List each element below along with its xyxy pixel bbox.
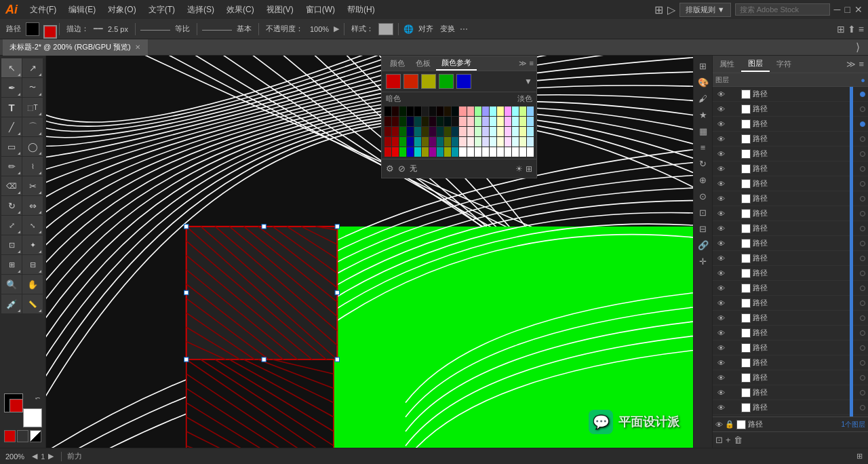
color-cell-light[interactable] — [497, 147, 504, 157]
menu-dots-icon[interactable]: ≡ — [859, 24, 864, 35]
color-cell-dark[interactable] — [429, 127, 436, 136]
delete-layer-icon[interactable]: 🗑 — [734, 435, 743, 445]
layer-lock-icon[interactable] — [728, 283, 739, 294]
scissors-tool[interactable]: ✂ — [22, 176, 43, 195]
toolbar-icon-2[interactable]: ▷ — [667, 3, 675, 16]
layer-visibility-icon[interactable]: 👁 — [715, 178, 726, 189]
layer-visibility-icon[interactable]: 👁 — [715, 223, 726, 234]
layer-lock-icon[interactable] — [728, 163, 739, 174]
color-cell-dark[interactable] — [392, 147, 399, 157]
color-cell-dark[interactable] — [437, 147, 443, 157]
globe-icon[interactable]: 🌐 — [403, 24, 414, 34]
color-cell-dark[interactable] — [452, 117, 458, 126]
small-swatch-red[interactable] — [4, 430, 16, 442]
color-cell-dark[interactable] — [422, 107, 429, 116]
layer-item[interactable]: 👁路径 — [713, 117, 868, 132]
layer-lock-icon[interactable] — [728, 298, 739, 309]
layer-item[interactable]: 👁路径 — [713, 236, 868, 251]
color-cell-light[interactable] — [527, 107, 534, 116]
opacity-arrow[interactable]: ▶ — [334, 24, 339, 33]
layer-item[interactable]: 👁路径 — [713, 326, 868, 341]
color-cell-light[interactable] — [512, 137, 519, 147]
color-cell-dark[interactable] — [384, 137, 391, 147]
menu-view[interactable]: 视图(V) — [261, 2, 299, 18]
color-cell-dark[interactable] — [452, 147, 458, 157]
layer-lock-icon[interactable] — [728, 343, 739, 353]
layer-lock-icon[interactable] — [728, 268, 739, 279]
panel-expand-icon[interactable]: ≫ — [519, 59, 527, 68]
layer-lock-icon[interactable] — [728, 402, 739, 413]
menu-select[interactable]: 选择(S) — [182, 2, 220, 18]
color-cell-dark[interactable] — [407, 147, 414, 157]
color-reference-tab[interactable]: 颜色参考 — [436, 56, 477, 71]
layer-visibility-icon[interactable]: 👁 — [715, 387, 726, 398]
color-cell-dark[interactable] — [384, 127, 391, 136]
color-cell-light[interactable] — [490, 147, 496, 157]
more-icon[interactable]: ⋯ — [460, 24, 468, 34]
gradient-strip-icon[interactable]: ▦ — [696, 123, 711, 138]
menu-edit[interactable]: 编辑(E) — [63, 2, 101, 18]
layout-rule[interactable]: 排版规则 ▼ — [679, 3, 731, 17]
layer-visibility-icon[interactable]: 👁 — [715, 357, 726, 368]
artboard-tool[interactable]: ⊞ — [1, 255, 22, 274]
color-cell-light[interactable] — [475, 147, 481, 157]
color-cell-light[interactable] — [527, 117, 534, 126]
color-cell-light[interactable] — [519, 127, 526, 136]
color-cell-dark[interactable] — [399, 107, 406, 116]
layer-item[interactable]: 👁路径 — [713, 311, 868, 326]
color-cell-dark[interactable] — [414, 127, 421, 136]
line-tool[interactable]: ╱ — [1, 117, 22, 136]
menu-effect[interactable]: 效果(C) — [221, 2, 260, 18]
layer-item[interactable]: 👁路径 — [713, 206, 868, 221]
nav-next-btn[interactable]: ▶ — [46, 452, 56, 461]
color-cell-light[interactable] — [527, 137, 534, 147]
small-swatch-gradient[interactable] — [30, 430, 41, 442]
layer-item[interactable]: 👁路径 — [713, 191, 868, 206]
smooth-tool[interactable]: ⌇ — [22, 157, 43, 176]
eyedropper-tool[interactable]: 💉 — [1, 294, 22, 313]
color-cell-dark[interactable] — [422, 137, 429, 147]
color-cell-light[interactable] — [482, 107, 489, 116]
color-cell-dark[interactable] — [452, 137, 458, 147]
color-cell-dark[interactable] — [452, 127, 458, 136]
color-cell-light[interactable] — [512, 147, 519, 157]
layer-lock-icon[interactable] — [728, 104, 739, 115]
eraser-tool[interactable]: ⌫ — [1, 176, 22, 195]
menu-file[interactable]: 文件(F) — [24, 2, 62, 18]
stock-search-input[interactable] — [735, 3, 830, 16]
style-swatch[interactable] — [378, 23, 393, 35]
layer-lock-icon[interactable] — [728, 253, 739, 264]
color-cell-light[interactable] — [497, 107, 504, 116]
color-cell-light[interactable] — [505, 147, 511, 157]
color-cell-dark[interactable] — [392, 107, 399, 116]
tab-close-btn[interactable]: ✕ — [135, 43, 140, 51]
color-cell-dark[interactable] — [392, 117, 399, 126]
share-icon[interactable]: ⬆ — [848, 24, 856, 35]
color-cell-dark[interactable] — [414, 137, 421, 147]
transform-strip-icon[interactable]: ↻ — [696, 156, 711, 171]
color-cell-light[interactable] — [482, 147, 489, 157]
color-cell-light[interactable] — [519, 137, 526, 147]
distort-tool[interactable]: ⊡ — [1, 235, 22, 254]
color-cell-light[interactable] — [467, 137, 474, 147]
color-cell-dark[interactable] — [384, 117, 391, 126]
color-cell-light[interactable] — [459, 117, 466, 126]
color-cell-light[interactable] — [512, 117, 519, 126]
color-cell-dark[interactable] — [407, 127, 414, 136]
move-icon[interactable]: ✛ — [696, 254, 711, 269]
color-cell-light[interactable] — [490, 107, 496, 116]
pen-tool[interactable]: ✒ — [1, 78, 22, 97]
layers-bottom-lock[interactable]: 🔒 — [725, 420, 734, 429]
color-cell-light[interactable] — [482, 117, 489, 126]
layer-visibility-icon[interactable]: 👁 — [715, 268, 726, 279]
layer-lock-icon[interactable] — [728, 193, 739, 204]
layer-visibility-icon[interactable]: 👁 — [715, 238, 726, 249]
layer-visibility-icon[interactable]: 👁 — [715, 298, 726, 309]
color-cell-light[interactable] — [505, 137, 511, 147]
layer-lock-icon[interactable] — [728, 119, 739, 130]
color-cell-light[interactable] — [482, 127, 489, 136]
color-cell-dark[interactable] — [399, 117, 406, 126]
layer-item[interactable]: 👁路径 — [713, 176, 868, 191]
stroke-swatch[interactable] — [43, 25, 57, 39]
color-cell-dark[interactable] — [414, 147, 421, 157]
